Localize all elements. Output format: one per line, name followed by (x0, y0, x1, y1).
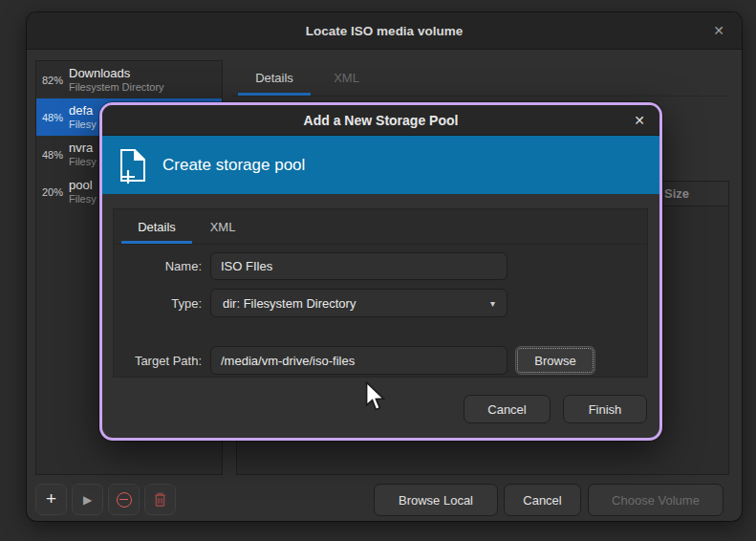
pool-item-text: pool Filesy (69, 179, 97, 206)
size-column-header[interactable]: Size (664, 182, 689, 206)
dialog-titlebar[interactable]: Add a New Storage Pool ✕ (102, 105, 659, 136)
pool-item-text: Downloads Filesystem Directory (69, 67, 164, 94)
dialog-tab-details[interactable]: Details (121, 209, 192, 244)
dialog-cancel-button[interactable]: Cancel (464, 395, 551, 423)
pool-type: Filesystem Directory (69, 81, 164, 94)
dialog-tab-xml[interactable]: XML (192, 209, 253, 244)
create-pool-banner: Create storage pool (102, 136, 659, 194)
pool-type: Filesy (69, 193, 97, 206)
document-plus-icon (116, 145, 150, 185)
type-label: Type: (114, 296, 202, 311)
target-path-label: Target Path: (114, 354, 202, 368)
name-label: Name: (114, 259, 202, 273)
pool-type-dropdown[interactable]: dir: Filesystem Directory ▾ (210, 289, 508, 317)
tab-divider (230, 96, 729, 97)
close-icon[interactable]: ✕ (709, 12, 728, 50)
target-path-input[interactable] (210, 346, 508, 375)
pool-item-text: defa Filesy (69, 104, 97, 131)
pool-type-value: dir: Filesystem Directory (223, 296, 356, 311)
pool-usage-percent: 20% (36, 186, 69, 198)
pool-usage-percent: 48% (36, 112, 69, 123)
dialog-title: Add a New Storage Pool (102, 105, 659, 136)
banner-text: Create storage pool (162, 156, 305, 175)
pool-name: defa (69, 104, 97, 119)
window-cancel-button[interactable]: Cancel (504, 484, 581, 516)
pool-usage-percent: 82% (36, 75, 69, 86)
dialog-tab-divider (114, 244, 647, 245)
pool-type: Filesy (69, 156, 97, 168)
dialog-finish-button[interactable]: Finish (563, 395, 647, 423)
pool-list-item[interactable]: 82% Downloads Filesystem Directory (36, 61, 222, 98)
pool-type: Filesy (69, 119, 97, 131)
chevron-down-icon: ▾ (490, 298, 495, 309)
add-storage-pool-dialog: Add a New Storage Pool ✕ Create storage … (99, 102, 662, 441)
dialog-notebook: Details XML Name: Type: dir: Filesystem … (113, 208, 648, 378)
window-action-bar: Browse Local Cancel Choose Volume (27, 484, 742, 516)
window-title: Locate ISO media volume (27, 12, 742, 50)
pool-name-input[interactable] (210, 252, 508, 280)
choose-volume-button[interactable]: Choose Volume (588, 484, 724, 516)
pool-name: Downloads (69, 67, 164, 81)
dialog-tabs: Details XML (114, 209, 253, 244)
pool-name: nvra (69, 141, 97, 156)
volume-panel-tabs: Details XML (238, 60, 382, 96)
browse-local-button[interactable]: Browse Local (374, 484, 498, 516)
browse-button[interactable]: Browse (515, 346, 595, 375)
dialog-close-icon[interactable]: ✕ (631, 105, 648, 136)
tab-details[interactable]: Details (238, 60, 311, 96)
pool-usage-percent: 48% (36, 149, 69, 161)
pool-item-text: nvra Filesy (69, 141, 97, 168)
pool-name: pool (69, 179, 97, 193)
window-titlebar[interactable]: Locate ISO media volume ✕ (27, 12, 742, 50)
tab-xml[interactable]: XML (311, 60, 382, 96)
